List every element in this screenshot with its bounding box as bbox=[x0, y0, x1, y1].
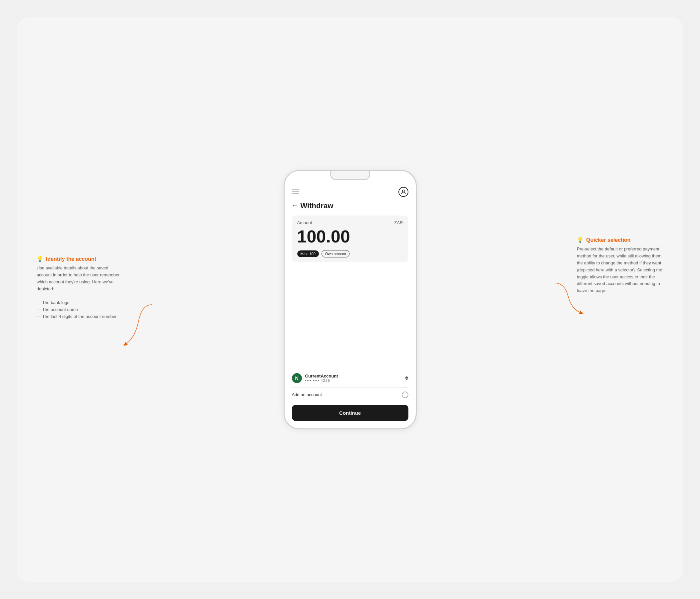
chevron-up-icon bbox=[405, 376, 408, 378]
phone-content: ← Withdraw Amount ZAR 100.00 Max: 100 Ow… bbox=[284, 171, 416, 428]
account-bank-logo: N bbox=[292, 373, 302, 383]
phone-notch bbox=[330, 171, 370, 180]
annotation-left-item-3: — The last 4 digits of the account numbe… bbox=[36, 313, 123, 320]
phone-spacer bbox=[292, 269, 408, 369]
amount-label: Amount bbox=[297, 220, 312, 225]
arrow-right bbox=[552, 280, 578, 306]
annotation-left-item-1: — The bank logo bbox=[36, 300, 123, 307]
annotation-left-item-2: — The account name bbox=[36, 307, 123, 314]
add-account-row[interactable]: Add an account bbox=[292, 388, 408, 402]
add-account-label: Add an account bbox=[292, 392, 322, 397]
withdraw-title-row: ← Withdraw bbox=[292, 202, 408, 210]
amount-value[interactable]: 100.00 bbox=[297, 227, 403, 246]
account-number: •••• •••• 4235 bbox=[305, 379, 338, 383]
account-name: CurrentAccount bbox=[305, 373, 338, 379]
svg-point-2 bbox=[402, 190, 404, 192]
continue-button[interactable]: Continue bbox=[292, 405, 408, 421]
account-selector-row[interactable]: N CurrentAccount •••• •••• 4235 bbox=[292, 369, 408, 388]
hamburger-line-3 bbox=[292, 193, 299, 194]
arrow-left bbox=[122, 301, 148, 341]
currency-label: ZAR bbox=[395, 220, 403, 225]
account-info: CurrentAccount •••• •••• 4235 bbox=[305, 373, 338, 383]
account-chevron-icon bbox=[405, 376, 408, 380]
hamburger-menu-button[interactable] bbox=[292, 189, 299, 194]
hamburger-line-2 bbox=[292, 191, 299, 192]
badge-own-amount[interactable]: Own amount bbox=[322, 250, 350, 257]
hamburger-line-1 bbox=[292, 189, 299, 190]
phone-header bbox=[292, 187, 408, 197]
annotation-left-title-row: 💡 Identify the account bbox=[36, 256, 123, 262]
page-wrapper: 💡 Identify the account Use available det… bbox=[17, 17, 683, 582]
annotation-left-title: Identify the account bbox=[46, 256, 96, 262]
withdraw-title-text: Withdraw bbox=[301, 202, 333, 210]
bulb-icon-left: 💡 bbox=[36, 256, 43, 262]
annotation-right-title: Quicker selection bbox=[586, 237, 630, 243]
annotation-right: 💡 Quicker selection Pre-select the defau… bbox=[577, 237, 664, 294]
chevron-down-icon bbox=[405, 379, 408, 380]
amount-badges: Max: 100 Own amount bbox=[297, 250, 403, 257]
annotation-right-title-row: 💡 Quicker selection bbox=[577, 237, 664, 243]
back-arrow-icon[interactable]: ← bbox=[292, 202, 298, 209]
bulb-icon-right: 💡 bbox=[577, 237, 583, 243]
annotation-left-body: Use available details about the saved ac… bbox=[36, 265, 123, 320]
badge-max[interactable]: Max: 100 bbox=[297, 251, 319, 257]
amount-card-header: Amount ZAR bbox=[297, 220, 403, 225]
amount-card: Amount ZAR 100.00 Max: 100 Own amount bbox=[292, 215, 408, 262]
annotation-left: 💡 Identify the account Use available det… bbox=[36, 256, 123, 320]
phone-frame: ← Withdraw Amount ZAR 100.00 Max: 100 Ow… bbox=[283, 170, 417, 429]
add-account-radio[interactable] bbox=[402, 391, 408, 398]
profile-button[interactable] bbox=[398, 187, 408, 197]
account-left: N CurrentAccount •••• •••• 4235 bbox=[292, 373, 338, 383]
annotation-right-body: Pre-select the default or preferred paym… bbox=[577, 246, 664, 294]
